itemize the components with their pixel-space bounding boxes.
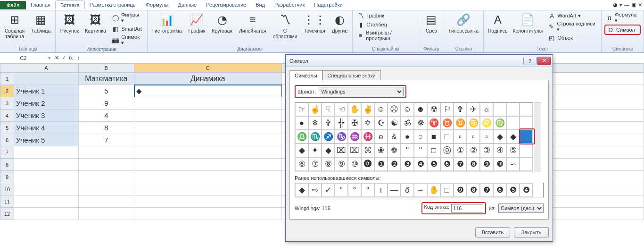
cell[interactable]: [79, 183, 134, 195]
char-cell[interactable]: ❁: [388, 144, 401, 157]
char-cell[interactable]: ✡: [361, 116, 374, 130]
cell[interactable]: [14, 159, 79, 171]
char-cell[interactable]: ✈: [467, 102, 480, 116]
char-cell[interactable]: e: [374, 130, 388, 144]
recent-char[interactable]: —: [388, 183, 401, 197]
row-header[interactable]: 7: [0, 146, 14, 159]
char-cell[interactable]: ⓿: [361, 157, 374, 171]
char-cell[interactable]: ♉: [440, 116, 454, 130]
cell[interactable]: ◆: [134, 85, 282, 97]
cell[interactable]: Динамика: [134, 73, 282, 85]
char-cell[interactable]: [520, 116, 533, 130]
recent-char[interactable]: →: [414, 183, 427, 197]
cell[interactable]: [14, 171, 79, 183]
char-cell[interactable]: ❶: [374, 157, 388, 171]
tab-file[interactable]: Файл: [0, 1, 26, 9]
char-cell[interactable]: ⓪: [440, 144, 454, 157]
tab-Данные[interactable]: Данные: [173, 0, 201, 10]
help-icon[interactable]: ◕: [613, 2, 618, 8]
char-cell[interactable]: ●: [401, 130, 414, 144]
char-cell[interactable]: ♈: [427, 116, 440, 130]
ribbon-btn[interactable]: 🖼Рисунок: [58, 11, 81, 35]
recent-char[interactable]: □: [440, 183, 454, 197]
dialog-tab-symbols[interactable]: Символы: [289, 70, 322, 80]
char-cell[interactable]: [493, 102, 506, 116]
tab-Разметка страницы[interactable]: Разметка страницы: [85, 0, 141, 10]
char-cell[interactable]: ♓: [361, 130, 374, 144]
char-cell[interactable]: ⑥: [295, 157, 308, 171]
ribbon-btn[interactable]: ▦Таблица: [29, 11, 52, 35]
cell[interactable]: [134, 122, 282, 134]
ribbon-btn[interactable]: ◐Другие: [330, 11, 350, 35]
minimize-ribbon-icon[interactable]: ▾: [619, 2, 622, 8]
row-header[interactable]: 9: [0, 171, 14, 183]
cell[interactable]: [14, 195, 79, 208]
char-cell[interactable]: ♎: [295, 130, 308, 144]
close-button[interactable]: Закрыть: [514, 227, 549, 238]
cell[interactable]: [79, 171, 134, 183]
char-cell[interactable]: ⚐: [440, 102, 454, 116]
char-cell[interactable]: [506, 116, 520, 130]
cell[interactable]: [134, 195, 282, 208]
ribbon-btn[interactable]: 🔗Гиперссылка: [447, 11, 480, 35]
ribbon-btn[interactable]: ⊞Своднаятаблица: [3, 11, 26, 40]
char-cell[interactable]: ♏: [308, 130, 322, 144]
char-cell[interactable]: ॐ: [401, 116, 414, 130]
ribbon-btn[interactable]: AWordArt ▾: [546, 11, 598, 20]
char-cell[interactable]: ✠: [348, 116, 361, 130]
tab-Надстройки[interactable]: Надстройки: [309, 0, 347, 10]
char-cell[interactable]: ◆: [506, 130, 520, 144]
recent-char[interactable]: ő: [401, 183, 414, 197]
row-header[interactable]: 8: [0, 159, 14, 171]
ribbon-btn[interactable]: ▤Срез: [422, 11, 441, 35]
cell[interactable]: [134, 97, 282, 110]
grid-scrollbar[interactable]: [534, 102, 541, 171]
ribbon-btn[interactable]: 📊Гистограмма: [150, 11, 184, 35]
char-cell[interactable]: ❷: [388, 157, 401, 171]
recent-char[interactable]: °: [361, 183, 374, 197]
cell[interactable]: [134, 159, 282, 171]
col-header[interactable]: C: [134, 63, 282, 73]
recent-char[interactable]: ❻: [493, 183, 506, 197]
ribbon-btn[interactable]: 📄Колонтитулы: [512, 11, 544, 35]
ribbon-btn[interactable]: ⋮⋮Точечная: [302, 11, 327, 35]
char-cell[interactable]: ☪: [374, 116, 388, 130]
char-cell[interactable]: ③: [480, 144, 493, 157]
cell[interactable]: 4: [79, 110, 134, 122]
recent-char[interactable]: ✋: [427, 183, 440, 197]
cell[interactable]: [14, 146, 79, 159]
char-cell[interactable]: ❹: [414, 157, 427, 171]
char-cell[interactable]: ❻: [440, 157, 454, 171]
cell[interactable]: [134, 146, 282, 159]
char-cell[interactable]: ": [401, 144, 414, 157]
select-all-corner[interactable]: [0, 63, 14, 73]
char-cell[interactable]: □: [427, 144, 440, 157]
cell[interactable]: [79, 159, 134, 171]
char-cell[interactable]: ╬: [335, 116, 348, 130]
char-cell[interactable]: ●: [295, 116, 308, 130]
char-cell[interactable]: ⑤: [506, 144, 520, 157]
char-cell[interactable]: ✦: [308, 144, 322, 157]
row-header[interactable]: 11: [0, 195, 14, 208]
char-cell[interactable]: ⑧: [322, 157, 335, 171]
recent-char[interactable]: ❼: [480, 183, 493, 197]
char-cell[interactable]: ◆: [493, 130, 506, 144]
ribbon-btn[interactable]: ≡Выигрыш / проигрыш: [355, 29, 416, 42]
cell[interactable]: Ученик 3: [14, 110, 79, 122]
cell[interactable]: [134, 134, 282, 146]
row-header[interactable]: 6: [0, 134, 14, 146]
char-cell[interactable]: ❾: [480, 157, 493, 171]
char-cell[interactable]: ☹: [388, 102, 401, 116]
tab-Разработчик[interactable]: Разработчик: [270, 0, 309, 10]
tab-Формулы[interactable]: Формулы: [141, 0, 173, 10]
cell[interactable]: 8: [79, 122, 134, 134]
char-cell[interactable]: ◆: [322, 144, 335, 157]
cell[interactable]: 7: [79, 134, 134, 146]
dialog-help-button[interactable]: ?: [523, 57, 537, 65]
recent-char[interactable]: ❾: [454, 183, 467, 197]
char-cell[interactable]: ▫: [480, 130, 493, 144]
insert-button[interactable]: Вставить: [475, 227, 510, 238]
ribbon-btn[interactable]: ✎Строка подписи ▾: [546, 20, 598, 33]
ribbon-btn[interactable]: ◔Круговая: [210, 11, 234, 35]
ribbon-btn[interactable]: 〽График: [355, 11, 416, 20]
